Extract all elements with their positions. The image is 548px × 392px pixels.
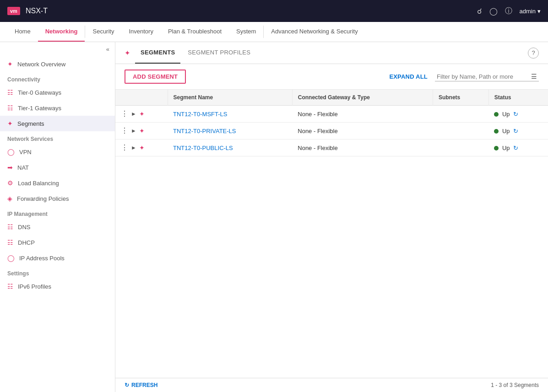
sidebar-item-forwarding-policies[interactable]: ◈ Forwarding Policies (0, 191, 115, 206)
sidebar-item-nat[interactable]: ➡ NAT (0, 160, 115, 175)
table-row: ⋮ ► ✦ TNT12-T0-MSFT-LS None - Flexible (115, 106, 548, 123)
count-label: 1 - 3 of 3 Segments (491, 382, 539, 388)
status-label-2: Up (502, 128, 510, 134)
sidebar-label-dns: DNS (18, 224, 30, 231)
status-refresh-2[interactable]: ↻ (513, 128, 518, 134)
tab-segments[interactable]: SEGMENTS (135, 42, 180, 64)
gateway-type-1: None - Flexible (292, 106, 433, 123)
segment-link-3[interactable]: TNT12-T0-PUBLIC-LS (173, 145, 233, 151)
load-balancing-icon: ⚙ (7, 179, 13, 187)
username: admin (520, 8, 536, 15)
tier0-icon: ☷ (7, 89, 13, 96)
sidebar-item-vpn[interactable]: ◯ VPN (0, 144, 115, 160)
tier1-icon: ☷ (7, 104, 13, 112)
table-footer: ↻ REFRESH 1 - 3 of 3 Segments (115, 378, 548, 392)
main-content: ✦ SEGMENTS SEGMENT PROFILES ? ADD SEGMEN… (115, 42, 548, 392)
search-icon[interactable]: ☌ (477, 7, 482, 16)
sidebar-item-tier0[interactable]: ☷ Tier-0 Gateways (0, 85, 115, 100)
tab-segment-profiles[interactable]: SEGMENT PROFILES (182, 42, 256, 64)
network-overview-icon: ✦ (7, 60, 13, 68)
refresh-icon: ↻ (125, 382, 129, 388)
sidebar-label-forwarding-policies: Forwarding Policies (17, 195, 69, 202)
bell-icon[interactable]: ◯ (489, 7, 498, 16)
refresh-label: REFRESH (131, 382, 157, 388)
col-status: Status (488, 90, 548, 106)
sidebar-label-ipv6-profiles: IPv6 Profiles (18, 283, 51, 290)
row-expand-button-3[interactable]: ► (131, 145, 136, 151)
filter-input-wrap: ☰ (435, 72, 539, 81)
subnets-2 (433, 123, 488, 140)
row-actions-3: ⋮ ► ✦ (121, 144, 162, 151)
segment-name-1: TNT12-T0-MSFT-LS (168, 106, 292, 123)
vpn-icon: ◯ (7, 148, 15, 156)
refresh-button[interactable]: ↻ REFRESH (125, 382, 157, 388)
nav-advanced[interactable]: Advanced Networking & Security (264, 22, 365, 42)
segments-table: Segment Name Connected Gateway & Type Su… (115, 90, 548, 378)
filter-input[interactable] (437, 73, 528, 80)
dropdown-arrow: ▾ (537, 8, 541, 15)
row-menu-button-2[interactable]: ⋮ (121, 127, 128, 134)
user-menu[interactable]: admin ▾ (520, 8, 541, 15)
segment-icon-1: ✦ (139, 110, 145, 118)
help-icon[interactable]: ⓘ (505, 6, 512, 16)
row-expand-button-2[interactable]: ► (131, 128, 136, 134)
nav-networking[interactable]: Networking (38, 22, 85, 42)
row-expand-button-1[interactable]: ► (131, 111, 136, 117)
status-dot-1 (494, 112, 499, 117)
segment-icon-2: ✦ (139, 127, 145, 134)
dhcp-icon: ☷ (7, 239, 13, 246)
expand-all-button[interactable]: EXPAND ALL (389, 73, 428, 80)
sidebar-item-segments[interactable]: ✦ Segments (0, 116, 115, 131)
sidebar: « ✦ Network Overview Connectivity ☷ Tier… (0, 42, 115, 392)
segment-name-3: TNT12-T0-PUBLIC-LS (168, 140, 292, 156)
status-1: Up ↻ (488, 106, 548, 123)
sidebar-label-segments: Segments (17, 120, 44, 127)
gateway-type-2: None - Flexible (292, 123, 433, 140)
ipv6-icon: ☷ (7, 283, 13, 290)
topbar: vm NSX-T ☌ ◯ ⓘ admin ▾ (0, 0, 548, 22)
status-label-3: Up (502, 145, 510, 151)
status-dot-2 (494, 129, 499, 134)
sidebar-item-load-balancing[interactable]: ⚙ Load Balancing (0, 175, 115, 191)
sidebar-item-dhcp[interactable]: ☷ DHCP (0, 235, 115, 250)
sidebar-section-settings: Settings (0, 266, 115, 279)
nav-system[interactable]: System (229, 22, 263, 42)
col-gateway-type: Connected Gateway & Type (292, 90, 433, 106)
segment-link-1[interactable]: TNT12-T0-MSFT-LS (173, 111, 227, 118)
nav-plan-troubleshoot[interactable]: Plan & Troubleshoot (161, 22, 229, 42)
sidebar-label-vpn: VPN (19, 149, 32, 156)
sidebar-label-network-overview: Network Overview (17, 61, 65, 68)
row-menu-button-3[interactable]: ⋮ (121, 144, 128, 151)
row-menu-button-1[interactable]: ⋮ (121, 110, 128, 118)
col-segment-name: Segment Name (168, 90, 292, 106)
status-label-1: Up (502, 111, 510, 118)
add-segment-button[interactable]: ADD SEGMENT (125, 70, 186, 84)
navbar: Home Networking Security Inventory Plan … (0, 22, 548, 42)
toolbar: ADD SEGMENT EXPAND ALL ☰ (115, 64, 548, 90)
table-row: ⋮ ► ✦ TNT12-T0-PRIVATE-LS None - Flexibl… (115, 123, 548, 140)
nav-security[interactable]: Security (85, 22, 121, 42)
collapse-button[interactable]: « (0, 42, 115, 56)
sidebar-item-tier1[interactable]: ☷ Tier-1 Gateways (0, 100, 115, 116)
sidebar-item-ip-address-pools[interactable]: ◯ IP Address Pools (0, 250, 115, 266)
segments-icon: ✦ (7, 120, 13, 127)
status-refresh-3[interactable]: ↻ (513, 145, 518, 151)
sidebar-item-dns[interactable]: ☷ DNS (0, 219, 115, 235)
status-refresh-1[interactable]: ↻ (513, 111, 518, 118)
sidebar-item-ipv6-profiles[interactable]: ☷ IPv6 Profiles (0, 279, 115, 294)
help-button[interactable]: ? (528, 48, 539, 59)
sidebar-item-network-overview[interactable]: ✦ Network Overview (0, 56, 115, 72)
filter-options-icon[interactable]: ☰ (531, 73, 537, 80)
nav-inventory[interactable]: Inventory (121, 22, 160, 42)
ip-pools-icon: ◯ (7, 254, 15, 262)
nav-home[interactable]: Home (7, 22, 38, 42)
segment-link-2[interactable]: TNT12-T0-PRIVATE-LS (173, 128, 236, 134)
sidebar-section-connectivity: Connectivity (0, 72, 115, 85)
tabs-bar: ✦ SEGMENTS SEGMENT PROFILES ? (115, 42, 548, 64)
forwarding-policies-icon: ◈ (7, 195, 12, 202)
segment-name-2: TNT12-T0-PRIVATE-LS (168, 123, 292, 140)
status-dot-3 (494, 146, 499, 150)
sidebar-label-tier1: Tier-1 Gateways (18, 105, 61, 112)
sidebar-section-network-services: Network Services (0, 131, 115, 144)
nat-icon: ➡ (7, 164, 13, 171)
